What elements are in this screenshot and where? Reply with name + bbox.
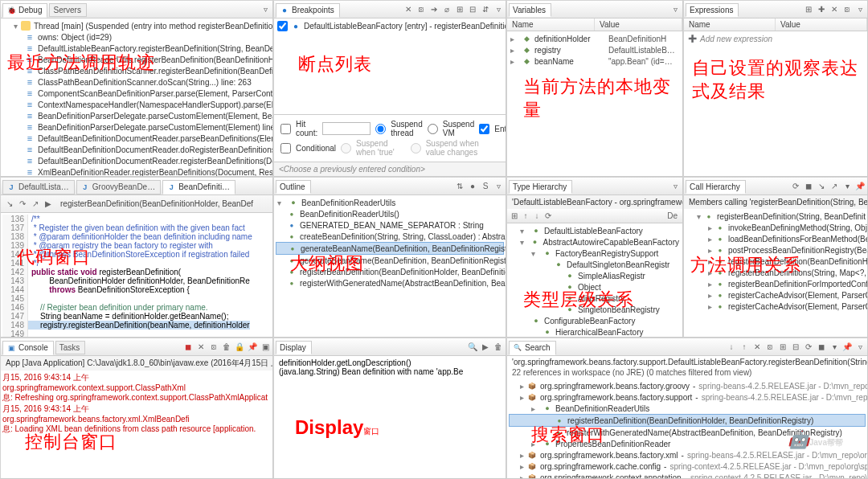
display-select-icon[interactable]: ▣ <box>260 342 271 353</box>
menu-icon[interactable]: ▿ <box>854 342 866 353</box>
resume-icon[interactable]: ▶ <box>43 199 54 210</box>
console-output[interactable]: 月15, 2016 9:43:14 上午 org.springframework… <box>1 371 272 478</box>
clear-icon[interactable]: 🗑 <box>493 342 504 353</box>
pin-icon[interactable]: 📌 <box>247 342 258 353</box>
remove-icon[interactable]: ✕ <box>403 4 414 15</box>
pin-icon[interactable]: 📌 <box>854 181 866 192</box>
tab-type-hierarchy[interactable]: Type Hierarchy <box>509 180 572 194</box>
code-line[interactable]: 147 String beanName = definitionHolder.g… <box>2 312 271 321</box>
menu-icon[interactable]: ▿ <box>854 4 866 15</box>
inspect-icon[interactable]: 🔍 <box>467 342 478 353</box>
suspend-thread-radio[interactable] <box>375 124 386 134</box>
subtype-icon[interactable]: ↓ <box>531 211 542 222</box>
step-return-icon[interactable]: ↗ <box>30 199 41 210</box>
type-item[interactable]: Object <box>509 281 681 293</box>
link-icon[interactable]: ⇵ <box>480 4 491 15</box>
menu-icon[interactable]: ▿ <box>493 181 504 192</box>
display-text[interactable]: definitionHolder.getLongDescription() (j… <box>274 356 506 478</box>
step-over-icon[interactable]: ↷ <box>17 199 28 210</box>
scroll-lock-icon[interactable]: 🔒 <box>234 342 245 353</box>
tab-breakpoints[interactable]: Breakpoints <box>276 3 340 18</box>
search-result[interactable]: registerBeanDefinition(BeanDefinitionHol… <box>509 414 866 427</box>
callees-icon[interactable]: ↗ <box>829 181 840 192</box>
outline-tree[interactable]: ▾BeanDefinitionReaderUtils BeanDefinitio… <box>274 195 506 337</box>
outline-item[interactable]: generateBeanName(BeanDefinition, BeanDef… <box>276 242 504 255</box>
stack-frame[interactable]: BeanDefinitionParserDelegate.parseCustom… <box>2 121 271 133</box>
pin-icon[interactable]: 📌 <box>841 342 853 353</box>
call-item[interactable]: ▸registerBeanDefinitionForImportedConfig… <box>686 278 866 289</box>
search-result[interactable]: ▸BeanDefinitionReaderUtils <box>509 403 866 414</box>
code-line[interactable]: 136/** <box>2 215 271 223</box>
bp-list[interactable]: DefaultListableBeanFactory [entry] - reg… <box>274 18 506 114</box>
code-line[interactable]: 144 throws BeanDefinitionStoreException … <box>2 285 271 294</box>
menu-icon[interactable]: ▿ <box>493 4 504 15</box>
stack-frame[interactable]: BeanDefinitionReaderUtils.registerBeanDe… <box>2 54 271 65</box>
condition-chooser[interactable]: <Choose a previously entered condition> <box>274 162 506 176</box>
remove-all-icon[interactable]: ⦻ <box>764 342 776 353</box>
tab-console[interactable]: Console <box>2 341 54 355</box>
tab-search[interactable]: Search <box>509 341 556 355</box>
stack-frame[interactable]: owns: Object (id=29) <box>2 31 271 43</box>
next-icon[interactable]: ↓ <box>726 342 737 353</box>
refresh-icon[interactable]: ⟳ <box>790 181 801 192</box>
collapse-icon[interactable]: ⊟ <box>467 4 478 15</box>
clear-icon[interactable]: 🗑 <box>221 342 232 353</box>
expand-icon[interactable]: ⊞ <box>454 4 465 15</box>
call-item[interactable]: ▸invokeBeanDefiningMethod(String, Object… <box>686 222 866 233</box>
call-item[interactable]: ▸registerCacheAdvisor(Element, ParserCon… <box>686 301 866 312</box>
tab-expressions[interactable]: Expressions <box>686 3 739 17</box>
stack-frame[interactable]: ClassPathBeanDefinitionScanner.doScan(St… <box>2 76 271 88</box>
search-tree[interactable]: ▸org.springframework.beans.factory.groov… <box>507 379 867 478</box>
hitcount-check[interactable] <box>280 124 291 134</box>
variable-row[interactable]: ▸definitionHolderBeanDefinitionH <box>509 33 681 44</box>
stack-frame[interactable]: ComponentScanBeanDefinitionParser.parse(… <box>2 88 271 99</box>
outline-item[interactable]: generateBeanName(BeanDefinition, BeanDef… <box>276 255 504 266</box>
call-item[interactable]: ▸registerBeanDefinitions(String, Map<?, … <box>686 267 866 278</box>
stack-frame[interactable]: DefaultListableBeanFactory.registerBeanD… <box>2 43 271 54</box>
collapse-icon[interactable]: ⊟ <box>790 342 801 353</box>
hide-static-icon[interactable]: S <box>480 181 491 192</box>
variables-tree[interactable]: ▸definitionHolderBeanDefinitionH▸registr… <box>507 31 682 176</box>
stack-frame[interactable]: ClassPathBeanDefinitionScanner.registerB… <box>2 65 271 76</box>
rerun-icon[interactable]: ⟳ <box>803 342 814 353</box>
code-line[interactable]: 140 * @throws BeanDefinitionStoreExcepti… <box>2 250 271 259</box>
code-line[interactable]: 138 * @param definitionHolder the bean d… <box>2 232 271 241</box>
tab-tasks[interactable]: Tasks <box>55 341 86 354</box>
stack-frame[interactable]: DefaultBeanDefinitionDocumentReader.regi… <box>2 155 271 166</box>
call-item[interactable]: ▸loadBeanDefinitionsForBeanMethod(BeanM <box>686 233 866 244</box>
stack-frame[interactable]: DefaultBeanDefinitionDocumentReader.doRe… <box>2 144 271 155</box>
expand-icon[interactable]: ⊞ <box>777 342 788 353</box>
code-line[interactable]: 142public static void registerBeanDefini… <box>2 268 271 276</box>
outline-item[interactable]: registerBeanDefinition(BeanDefinitionHol… <box>276 266 504 277</box>
remove-icon[interactable]: ✕ <box>829 4 840 15</box>
tab-outline[interactable]: Outline <box>276 180 311 194</box>
stack-frame[interactable]: DefaultBeanDefinitionDocumentReader.pars… <box>2 133 271 144</box>
tab-call-hierarchy[interactable]: Call Hierarchy <box>686 180 746 194</box>
outline-item[interactable]: BeanDefinitionReaderUtils() <box>276 208 504 219</box>
tab-editor-2[interactable]: GroovyBeanDe… <box>76 180 161 194</box>
call-item[interactable]: ▸registerBeanDefinition(BeanDefinitionHo… <box>686 256 866 267</box>
tab-servers[interactable]: Servers <box>49 3 86 17</box>
expressions-tree[interactable]: Add new expression 自己设置的观察表达式及结果 <box>684 31 867 176</box>
code-line[interactable]: 141 */ <box>2 259 271 268</box>
search-result[interactable]: ▸org.springframework.context.annotation … <box>509 472 866 478</box>
sort-icon[interactable]: ⇅ <box>454 181 465 192</box>
code-line[interactable]: 149 <box>2 330 271 337</box>
cancel-icon[interactable]: ◼ <box>803 181 814 192</box>
stack-frame[interactable]: ContextNamespaceHandler(NamespaceHandler… <box>2 99 271 110</box>
hide-fields-icon[interactable]: ● <box>467 181 478 192</box>
history-icon[interactable]: ▾ <box>841 181 853 192</box>
code-line[interactable]: 143 BeanDefinitionHolder definitionHolde… <box>2 276 271 285</box>
callers-icon[interactable]: ↘ <box>816 181 827 192</box>
remove-launch-icon[interactable]: ✕ <box>195 342 207 353</box>
remove-all-icon[interactable]: ⦻ <box>208 342 219 353</box>
entry-check[interactable] <box>479 124 489 134</box>
menu-icon[interactable]: ▿ <box>669 4 681 15</box>
stack-frame[interactable]: BeanDefinitionParserDelegate.parseCustom… <box>2 110 271 121</box>
history-icon[interactable]: ▾ <box>829 342 840 353</box>
outline-item[interactable]: registerWithGeneratedName(AbstractBeanDe… <box>276 277 504 289</box>
code-line[interactable]: 139 * @param registry the bean factory t… <box>2 241 271 250</box>
type-item[interactable]: ▾FactoryBeanRegistrySupport <box>509 248 681 259</box>
stack-frame[interactable]: XmlBeanDefinitionReader.registerBeanDefi… <box>2 166 271 176</box>
type-item[interactable]: SimpleAliasRegistr <box>509 270 681 281</box>
